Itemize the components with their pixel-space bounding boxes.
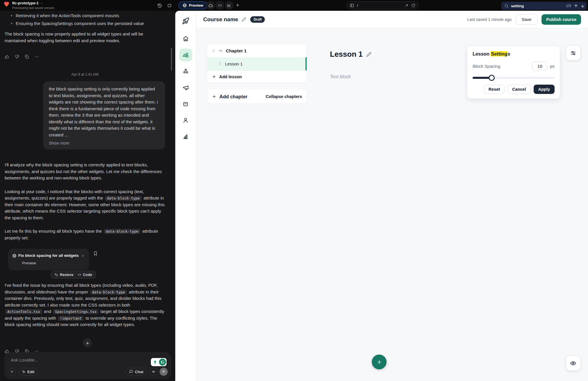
code-view-button[interactable] xyxy=(216,1,224,9)
thumbs-down-icon xyxy=(15,54,19,59)
assistant-summary: The block spacing is now properly applie… xyxy=(5,31,165,44)
version-card-title: Fix block spacing for all widgets xyxy=(18,253,79,259)
search-highlight: Setting xyxy=(491,51,507,56)
block-spacing-slider[interactable] xyxy=(473,75,555,81)
add-block-fab[interactable] xyxy=(372,355,387,369)
pencil-icon xyxy=(242,17,246,22)
chat-scrollbar[interactable] xyxy=(171,48,172,71)
thumbs-down-button[interactable] xyxy=(15,54,19,59)
add-tab-button[interactable] xyxy=(235,3,240,7)
app-sidebar xyxy=(175,11,196,381)
refresh-preview-button[interactable] xyxy=(411,3,415,8)
thumbs-up-icon xyxy=(5,54,9,59)
open-in-new-tab-button[interactable] xyxy=(405,3,409,8)
drag-handle-icon[interactable] xyxy=(211,49,216,53)
list-item: Retrieving it when the ActionTools compo… xyxy=(5,13,165,19)
sliders-icon xyxy=(570,50,576,56)
lesson-row-selected[interactable]: Lesson 1 xyxy=(207,57,307,70)
assistant-paragraph: Let me fix this by ensuring all block ty… xyxy=(5,228,165,241)
chapter-outline-card: Chapter 1 Lesson 1 Add lesson xyxy=(207,44,307,83)
history-button[interactable] xyxy=(156,3,163,8)
find-previous-button[interactable] xyxy=(574,4,578,8)
more-options-button[interactable] xyxy=(34,54,39,59)
scroll-to-bottom-button[interactable] xyxy=(83,339,92,347)
chat-composer: G Edit Chat xyxy=(5,352,171,379)
add-chapter-button[interactable]: Add chapter xyxy=(212,94,247,99)
sidebar-item-announcements[interactable] xyxy=(179,81,192,94)
chapter-row[interactable]: Chapter 1 xyxy=(207,44,307,57)
refresh-icon xyxy=(411,3,415,8)
search-icon xyxy=(504,4,509,8)
grammarly-widget[interactable]: G xyxy=(151,358,167,366)
preview-mode-button[interactable]: Preview xyxy=(178,1,207,9)
cancel-button[interactable]: Cancel xyxy=(507,85,531,94)
send-button[interactable] xyxy=(160,368,168,376)
preview-toggle-button[interactable] xyxy=(566,356,580,371)
publish-course-button[interactable]: Publish course xyxy=(541,14,581,25)
preview-url-bar[interactable]: / xyxy=(346,1,419,9)
slider-thumb[interactable] xyxy=(489,75,495,81)
analytics-button[interactable] xyxy=(225,1,233,9)
sidebar-item-analytics[interactable] xyxy=(179,130,192,143)
bullet-dot xyxy=(11,15,12,16)
bar-chart-icon xyxy=(183,133,189,140)
message-timestamp: Apr 8 at 1:41 AM xyxy=(5,72,165,77)
edit-course-name-button[interactable] xyxy=(242,17,246,22)
person-icon xyxy=(183,117,189,123)
deploy-cloud-button[interactable] xyxy=(207,1,215,9)
chat-mode-button[interactable]: Chat xyxy=(125,368,147,376)
course-title: Course name xyxy=(203,16,238,23)
find-input[interactable] xyxy=(511,4,564,8)
add-lesson-button[interactable]: Add lesson xyxy=(207,70,307,83)
copy-button[interactable] xyxy=(24,54,29,59)
external-link-icon xyxy=(405,3,409,8)
list-item: Ensuring the SpacingSettings component u… xyxy=(5,20,165,27)
save-button[interactable]: Save xyxy=(516,14,537,25)
drag-handle-icon[interactable] xyxy=(218,62,222,66)
chat-panel: Retrieving it when the ActionTools compo… xyxy=(0,11,175,381)
voice-input-button[interactable] xyxy=(149,368,157,376)
chevron-right-icon xyxy=(81,254,85,258)
apply-button[interactable]: Apply xyxy=(534,85,555,94)
last-saved-text: Last saved 1 minute ago xyxy=(467,17,512,22)
collapse-chapters-button[interactable]: Collapse chapters xyxy=(266,94,302,99)
home-icon xyxy=(183,35,189,42)
canvas-settings-button[interactable] xyxy=(566,46,580,60)
view-code-button[interactable]: Code xyxy=(78,273,92,277)
sidebar-item-profile[interactable] xyxy=(179,114,192,127)
sidebar-item-community[interactable] xyxy=(179,65,192,78)
attach-button[interactable] xyxy=(8,368,16,376)
reset-button[interactable]: Reset xyxy=(484,85,505,94)
sidebar-item-inbox[interactable] xyxy=(179,97,192,110)
thumbs-up-button[interactable] xyxy=(5,54,9,59)
frame-icon xyxy=(167,3,172,8)
assistant-paragraph: I'll analyze why the block spacing setti… xyxy=(5,162,165,181)
plus-icon xyxy=(212,74,216,79)
globe-icon xyxy=(12,254,17,258)
copy-icon xyxy=(24,54,29,59)
user-message-bubble: the block spacing setting is only correc… xyxy=(43,81,165,149)
chat-input[interactable] xyxy=(11,357,98,362)
url-path[interactable]: / xyxy=(357,3,402,8)
show-more-button[interactable]: Show more xyxy=(49,141,69,145)
edit-mode-button[interactable]: Edit xyxy=(18,368,38,376)
panel-toggle-button[interactable] xyxy=(166,3,173,8)
collapse-chapter-button[interactable] xyxy=(219,49,223,53)
bookmark-button[interactable] xyxy=(93,251,98,256)
edit-lesson-name-button[interactable] xyxy=(366,52,371,57)
chapter-title: Chapter 1 xyxy=(226,48,247,54)
project-name: flc-prototype-1 xyxy=(12,1,39,5)
sidebar-item-courses[interactable] xyxy=(179,49,192,61)
sidebar-item-home[interactable] xyxy=(179,32,192,45)
block-spacing-input[interactable] xyxy=(532,62,547,70)
history-icon xyxy=(157,3,162,8)
restore-button[interactable]: Restore xyxy=(54,273,74,277)
bag-icon xyxy=(183,101,189,107)
project-menu[interactable]: flc-prototype-1 Previewing last saved ve… xyxy=(3,1,54,10)
version-card[interactable]: Fix block spacing for all widgets Previe… xyxy=(8,249,89,270)
ellipsis-icon xyxy=(34,54,39,59)
arrow-down-icon xyxy=(85,341,90,345)
find-next-button[interactable] xyxy=(580,4,585,8)
find-match-count: 1/3 xyxy=(566,4,571,8)
empty-text-block[interactable]: Text block xyxy=(330,74,351,79)
